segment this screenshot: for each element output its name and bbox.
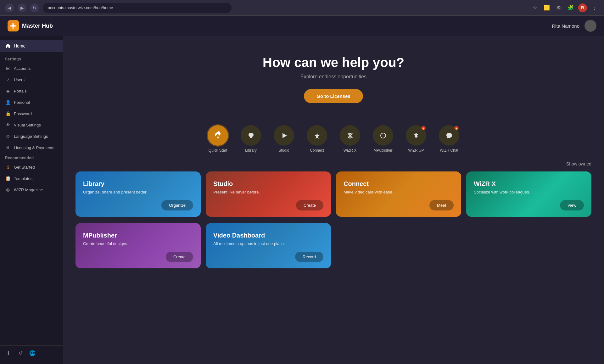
connect-meet-button[interactable]: Meet <box>429 200 454 210</box>
extension-icon3[interactable]: 🧩 <box>566 3 575 12</box>
studio-card[interactable]: Studio Present like never before. Create <box>206 171 331 217</box>
svg-point-4 <box>12 27 14 29</box>
sidebar-item-home[interactable]: Home <box>0 40 63 52</box>
back-button[interactable]: ◀ <box>5 3 14 12</box>
studio-card-subtitle: Present like never before. <box>213 189 323 195</box>
app-icon-mpublisher[interactable]: MPublisher <box>373 125 393 153</box>
connect-label: Connect <box>310 148 324 153</box>
personal-label: Personal <box>14 100 30 105</box>
sidebar-item-personal[interactable]: 👤 Personal <box>0 97 63 108</box>
wizr-chat-label: WiZR Chat <box>440 148 458 153</box>
language-settings-label: Language Settings <box>14 134 48 139</box>
app-icon-library[interactable]: Library <box>241 125 261 153</box>
visual-settings-label: Visual Settings <box>14 123 41 127</box>
app-icons-row: Quick Start Library <box>63 116 604 159</box>
menu-icon[interactable]: ⋮ <box>590 3 599 12</box>
wizr-x-circle <box>340 125 360 146</box>
sidebar-item-licensing[interactable]: 🖥 Licensing & Payments <box>0 142 63 153</box>
sidebar-item-portals[interactable]: ◈ Portals <box>0 85 63 97</box>
connect-card[interactable]: Connect Make video calls with ease. Meet <box>336 171 461 217</box>
library-organize-button[interactable]: Organize <box>161 200 193 210</box>
cards-grid-row1: Library Organize, share and present bett… <box>63 169 604 223</box>
show-owned-label: Show owned <box>566 161 591 166</box>
url-text: accounts.masterwizr.com/hub/home <box>48 5 113 10</box>
sidebar: Home Settings ⊞ Accounts ↗ Users ◈ Porta… <box>0 36 63 364</box>
video-dashboard-record-button[interactable]: Record <box>295 252 323 262</box>
library-card-subtitle: Organize, share and present better. <box>83 189 193 195</box>
accounts-icon: ⊞ <box>5 65 11 71</box>
logo-icon <box>8 20 19 31</box>
visual-settings-icon: 👁 <box>5 122 11 128</box>
sidebar-item-wizr-magazine[interactable]: ◎ WiZR Magazine <box>0 184 63 195</box>
wizr-x-card[interactable]: WiZR X Socialize with work colleagues. V… <box>466 171 591 217</box>
hero-title: How can we help you? <box>76 55 591 70</box>
accounts-label: Accounts <box>14 66 31 71</box>
show-owned-row[interactable]: Show owned <box>63 159 604 169</box>
hero-subtitle: Explore endless opportunities <box>76 74 591 80</box>
video-dashboard-card-title: Video Dashboard <box>213 232 323 239</box>
extension-icon2[interactable]: ⚙ <box>554 3 563 12</box>
app-icon-quick-start[interactable]: Quick Start <box>208 125 228 153</box>
browser-user-avatar[interactable]: R <box>578 3 587 12</box>
reload-button[interactable]: ↻ <box>30 3 39 12</box>
library-card[interactable]: Library Organize, share and present bett… <box>76 171 201 217</box>
password-icon: 🔒 <box>5 111 11 116</box>
wizr-up-label: WiZR UP <box>408 148 424 153</box>
wizr-chat-circle: 🔥 <box>439 125 459 146</box>
get-started-label: Get Started <box>14 165 35 170</box>
wizr-x-view-button[interactable]: View <box>560 200 584 210</box>
main-area: Home Settings ⊞ Accounts ↗ Users ◈ Porta… <box>0 36 604 364</box>
globe-footer-icon[interactable]: 🌐 <box>29 350 36 356</box>
url-bar[interactable]: accounts.masterwizr.com/hub/home <box>43 3 232 13</box>
svg-point-1 <box>10 25 12 27</box>
mpublisher-card[interactable]: MPublisher Create beautiful designs. Cre… <box>76 223 201 268</box>
app-icon-wizr-up[interactable]: 🔥 WiZR UP <box>406 125 426 153</box>
svg-point-5 <box>217 137 219 138</box>
browser-actions: ☆ 🟨 ⚙ 🧩 R ⋮ <box>530 3 599 12</box>
licensing-label: Licensing & Payments <box>14 145 54 150</box>
svg-rect-10 <box>349 133 351 134</box>
svg-marker-7 <box>314 133 320 139</box>
sidebar-item-get-started[interactable]: ℹ Get Started <box>0 161 63 173</box>
users-label: Users <box>14 77 25 82</box>
app-icon-wizr-x[interactable]: WiZR X <box>340 125 360 153</box>
licensing-icon: 🖥 <box>5 145 11 150</box>
templates-label: Templates <box>14 176 32 181</box>
sidebar-item-templates[interactable]: 📋 Templates <box>0 173 63 184</box>
studio-card-title: Studio <box>213 180 323 188</box>
get-started-icon: ℹ <box>5 164 11 170</box>
studio-create-button[interactable]: Create <box>296 200 323 210</box>
sidebar-item-accounts[interactable]: ⊞ Accounts <box>0 63 63 74</box>
video-dashboard-card[interactable]: Video Dashboard All multimedia options i… <box>206 223 331 268</box>
library-circle <box>241 125 261 146</box>
app-name: Master Hub <box>22 23 53 29</box>
home-label: Home <box>14 43 25 48</box>
library-card-title: Library <box>83 180 193 188</box>
sidebar-item-visual-settings[interactable]: 👁 Visual Settings <box>0 119 63 131</box>
svg-rect-11 <box>349 137 351 138</box>
sidebar-item-language-settings[interactable]: ⚙ Language Settings <box>0 131 63 142</box>
sidebar-item-password[interactable]: 🔒 Password <box>0 108 63 119</box>
app-icon-connect[interactable]: Connect <box>307 125 327 153</box>
wizr-up-circle: 🔥 <box>406 125 426 146</box>
portals-icon: ◈ <box>5 88 11 94</box>
settings-section-label: Settings <box>0 54 63 63</box>
mpublisher-create-button[interactable]: Create <box>166 252 193 262</box>
recommended-section-label: Recommended <box>0 153 63 161</box>
sidebar-item-users[interactable]: ↗ Users <box>0 74 63 85</box>
forward-button[interactable]: ▶ <box>18 3 26 12</box>
magazine-label: WiZR Magazine <box>14 188 43 192</box>
logo-area: Master Hub <box>8 20 53 31</box>
support-footer-icon[interactable]: ↺ <box>17 350 24 356</box>
user-avatar[interactable] <box>584 20 596 32</box>
users-icon: ↗ <box>5 77 11 82</box>
go-to-licenses-button[interactable]: Go to Licenses <box>304 89 363 103</box>
app-icon-wizr-chat[interactable]: 🔥 WiZR Chat <box>439 125 459 153</box>
bookmark-icon[interactable]: ☆ <box>530 3 539 12</box>
svg-point-2 <box>14 25 16 27</box>
info-footer-icon[interactable]: ℹ <box>5 350 12 356</box>
personal-icon: 👤 <box>5 99 11 105</box>
app-icon-studio[interactable]: Studio <box>274 125 294 153</box>
sidebar-footer: ℹ ↺ 🌐 <box>0 345 63 360</box>
extension-icon1[interactable]: 🟨 <box>542 3 551 12</box>
